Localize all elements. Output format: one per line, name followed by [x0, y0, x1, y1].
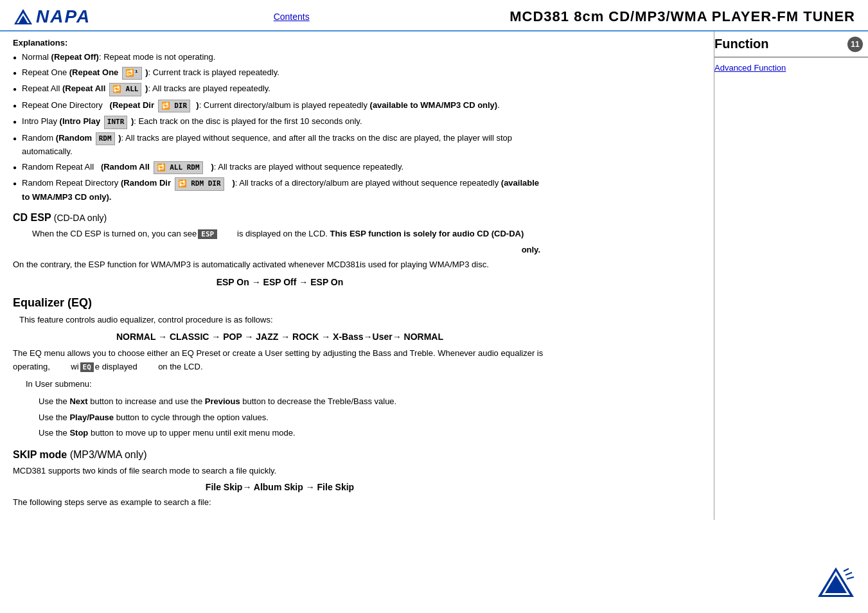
list-item: Repeat All (Repeat All 🔁 ALL ): All trac… — [13, 82, 547, 96]
bold-text: (Repeat Dir 🔁 DIR ) — [110, 100, 199, 110]
svg-line-6 — [844, 569, 849, 571]
bold-available2: (available to WMA/MP3 CD only). — [22, 178, 539, 202]
bullet-content: Normal (Repeat Off): Repeat mode is not … — [22, 51, 547, 64]
bold-text: (Random All 🔁 ALL RDM ) — [101, 162, 214, 172]
cd-esp-para1: When the CD ESP is turned on, you can se… — [32, 227, 547, 241]
page-badge: 11 — [847, 37, 863, 52]
bullet-content: Random (Random RDM ): All tracks are pla… — [22, 132, 547, 158]
bullet-content: Random Repeat Directory (Random Dir 🔁 RD… — [22, 177, 547, 203]
badge-random-all: 🔁 ALL RDM — [154, 161, 203, 175]
badge-random-dir: 🔁 RDM DIR — [175, 177, 224, 191]
badge-eq: EQ — [80, 362, 94, 372]
eq-bullet2: Use the Play/Pause button to cycle throu… — [39, 411, 547, 425]
bullet-content: Repeat All (Repeat All 🔁 ALL ): All trac… — [22, 82, 547, 96]
list-item: Repeat One (Repeat One 🔂¹ ): Current tra… — [13, 66, 547, 80]
esp-flow: ESP On → ESP Off → ESP On — [13, 277, 547, 287]
function-title: Function 11 — [714, 31, 868, 57]
in-user-label: In User submenu: — [26, 378, 547, 391]
svg-line-8 — [847, 577, 854, 579]
bottom-logo: MAX — [817, 566, 855, 600]
right-sidebar: Function 11 Advanced Function — [714, 31, 868, 520]
max-logo-icon: MAX — [817, 566, 855, 598]
bold-text: (Repeat All 🔁 ALL ) — [62, 84, 148, 93]
bullet-content: Intro Play (Intro Play INTR ): Each trac… — [22, 115, 547, 129]
explanations-list: Normal (Repeat Off): Repeat mode is not … — [13, 51, 547, 203]
badge-repeat-one: 🔂¹ — [122, 67, 142, 80]
badge-repeat-all: 🔁 ALL — [109, 83, 142, 96]
bold-available: (available to WMA/MP3 CD only) — [370, 100, 498, 110]
header-title: MCD381 8cm CD/MP3/WMA PLAYER-FM TUNER — [479, 8, 855, 25]
bullet-content: Repeat One Directory (Repeat Dir 🔁 DIR )… — [22, 99, 547, 113]
eq-bullet1: Use the Next button to increase and use … — [39, 395, 547, 409]
list-item: Random Repeat All (Random All 🔁 ALL RDM … — [13, 161, 547, 175]
skip-heading: SKIP mode (MP3/WMA only) — [13, 449, 547, 461]
contents-link[interactable]: Contents — [274, 12, 310, 22]
list-item: Random (Random RDM ): All tracks are pla… — [13, 132, 547, 158]
list-item: Intro Play (Intro Play INTR ): Each trac… — [13, 115, 547, 129]
list-item: Normal (Repeat Off): Repeat mode is not … — [13, 51, 547, 64]
svg-line-7 — [846, 573, 852, 575]
eq-flow: NORMAL → CLASSIC → POP → JAZZ → ROCK → X… — [13, 332, 547, 342]
advanced-function-link[interactable]: Advanced Function — [714, 58, 868, 78]
logo: NAPA — [13, 6, 91, 27]
page-container: NAPA Contents MCD381 8cm CD/MP3/WMA PLAY… — [0, 0, 868, 613]
list-item: Repeat One Directory (Repeat Dir 🔁 DIR )… — [13, 99, 547, 113]
cd-esp-heading: CD ESP (CD-DA only) — [13, 212, 547, 224]
badge-esp: ESP — [198, 229, 217, 239]
badge-intr: INTR — [104, 116, 128, 129]
main-content: Explanations: Normal (Repeat Off): Repea… — [0, 31, 560, 520]
header-center: Contents — [103, 12, 479, 22]
bullet-content: Random Repeat All (Random All 🔁 ALL RDM … — [22, 161, 547, 175]
file-skip-flow: File Skip→ Album Skip → File Skip — [13, 482, 547, 492]
badge-rdm: RDM — [96, 132, 115, 146]
skip-para2: The following steps serve as example to … — [13, 496, 547, 510]
bold-text: (Random RDM ) — [56, 133, 121, 143]
skip-para1: MCD381 supports two kinds of file search… — [13, 465, 547, 478]
eq-bullet3: Use the Stop button to move up to upper … — [39, 427, 547, 440]
eq-para1: This feature controls audio equalizer, c… — [19, 314, 547, 327]
header: NAPA Contents MCD381 8cm CD/MP3/WMA PLAY… — [0, 0, 868, 31]
badge-repeat-dir: 🔁 DIR — [158, 100, 191, 113]
eq-para2: The EQ menu allows you to choose either … — [13, 347, 547, 374]
bold-text: (Repeat Off) — [51, 52, 99, 62]
svg-text:MAX: MAX — [831, 597, 844, 598]
equalizer-heading: Equalizer (EQ) — [13, 296, 547, 310]
bold-text: (Repeat One 🔂¹ ) — [69, 67, 148, 77]
function-label: Function — [714, 37, 768, 51]
bold-text: (Intro Play INTR ) — [60, 116, 134, 126]
cd-esp-para2: On the contrary, the ESP function for WM… — [13, 258, 547, 272]
list-item: Random Repeat Directory (Random Dir 🔁 RD… — [13, 177, 547, 203]
napa-logo-icon — [13, 8, 33, 26]
esp-bold: This ESP function is solely for audio CD… — [330, 229, 524, 238]
explanations-title: Explanations: — [13, 38, 547, 48]
cd-esp-only-label: only. — [13, 245, 540, 254]
bullet-content: Repeat One (Repeat One 🔂¹ ): Current tra… — [22, 66, 547, 80]
logo-text: NAPA — [36, 6, 91, 27]
bold-text: (Random Dir 🔁 RDM DIR ) — [121, 178, 235, 188]
